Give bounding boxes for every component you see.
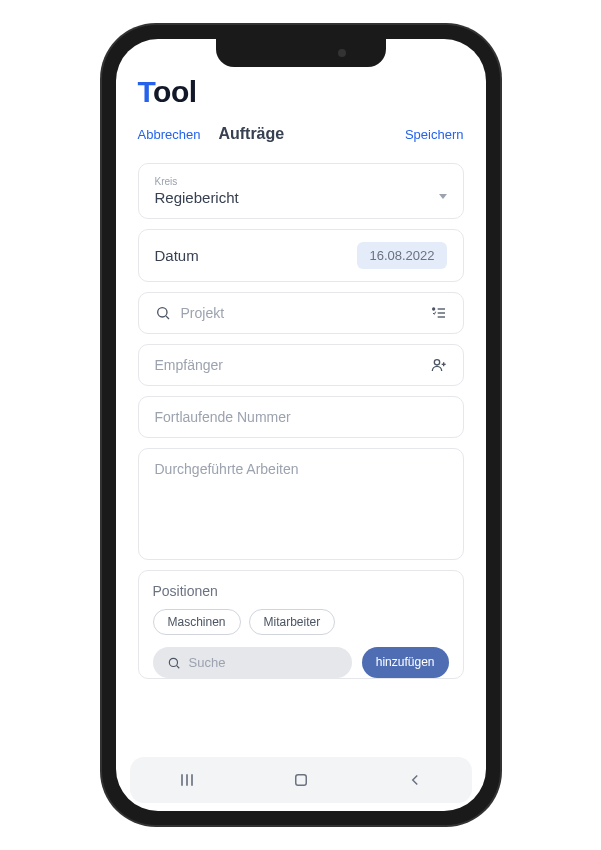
datum-field[interactable]: Datum 16.08.2022 bbox=[138, 229, 464, 282]
kreis-value: Regiebericht bbox=[155, 189, 239, 206]
cancel-button[interactable]: Abbrechen bbox=[138, 127, 201, 142]
arbeiten-textarea[interactable]: Durchgeführte Arbeiten bbox=[138, 448, 464, 560]
svg-point-6 bbox=[434, 360, 439, 365]
datum-value[interactable]: 16.08.2022 bbox=[357, 242, 446, 269]
arbeiten-placeholder: Durchgeführte Arbeiten bbox=[155, 461, 447, 477]
svg-point-0 bbox=[157, 308, 166, 317]
projekt-placeholder: Projekt bbox=[181, 305, 421, 321]
search-icon bbox=[155, 305, 171, 321]
datum-label: Datum bbox=[155, 247, 199, 264]
android-navbar bbox=[130, 757, 472, 803]
save-button[interactable]: Speichern bbox=[405, 127, 464, 142]
filter-list-icon[interactable] bbox=[431, 305, 447, 321]
logo-accent: T bbox=[138, 75, 154, 108]
notch bbox=[216, 39, 386, 67]
phone-frame: Tool Abbrechen Aufträge Speichern Kreis … bbox=[102, 25, 500, 825]
svg-rect-14 bbox=[296, 775, 307, 786]
chip-mitarbeiter[interactable]: Mitarbeiter bbox=[249, 609, 336, 635]
nav-home-button[interactable] bbox=[292, 771, 310, 789]
kreis-select[interactable]: Kreis Regiebericht bbox=[138, 163, 464, 219]
app-content: Tool Abbrechen Aufträge Speichern Kreis … bbox=[116, 39, 486, 755]
svg-point-9 bbox=[169, 658, 177, 666]
fortlaufende-placeholder: Fortlaufende Nummer bbox=[155, 409, 447, 425]
logo-rest: ool bbox=[153, 75, 197, 108]
search-icon bbox=[167, 656, 181, 670]
nav-back-button[interactable] bbox=[406, 771, 424, 789]
svg-point-5 bbox=[432, 308, 434, 310]
positionen-search-placeholder: Suche bbox=[189, 655, 226, 670]
svg-line-10 bbox=[176, 665, 179, 668]
positionen-card: Positionen Maschinen Mitarbeiter Suche h… bbox=[138, 570, 464, 679]
positionen-chips: Maschinen Mitarbeiter bbox=[153, 609, 449, 635]
svg-line-1 bbox=[166, 316, 169, 319]
projekt-input[interactable]: Projekt bbox=[138, 292, 464, 334]
kreis-label: Kreis bbox=[155, 176, 447, 187]
header-row: Abbrechen Aufträge Speichern bbox=[138, 125, 464, 143]
add-button[interactable]: hinzufügen bbox=[362, 647, 449, 678]
empfaenger-placeholder: Empfänger bbox=[155, 357, 421, 373]
phone-screen: Tool Abbrechen Aufträge Speichern Kreis … bbox=[116, 39, 486, 811]
chip-maschinen[interactable]: Maschinen bbox=[153, 609, 241, 635]
page-title: Aufträge bbox=[218, 125, 405, 143]
fortlaufende-input[interactable]: Fortlaufende Nummer bbox=[138, 396, 464, 438]
app-logo: Tool bbox=[138, 75, 464, 109]
positionen-title: Positionen bbox=[153, 583, 449, 599]
positionen-search-input[interactable]: Suche bbox=[153, 647, 352, 678]
nav-recent-button[interactable] bbox=[177, 770, 197, 790]
chevron-down-icon bbox=[439, 194, 447, 199]
add-user-icon[interactable] bbox=[431, 357, 447, 373]
empfaenger-input[interactable]: Empfänger bbox=[138, 344, 464, 386]
